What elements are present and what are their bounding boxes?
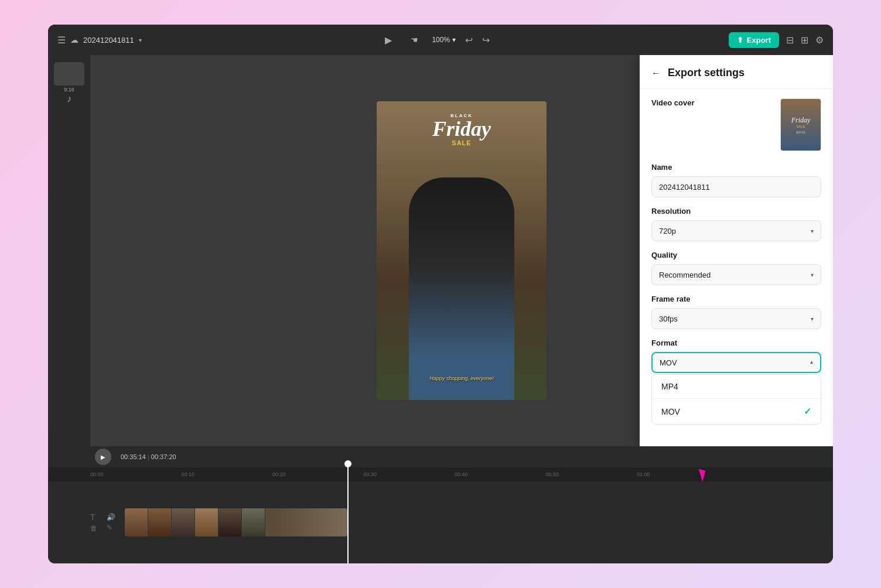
clip-thumbnail-3 <box>172 508 195 536</box>
current-time: 00:35:14 <box>121 453 146 460</box>
track-audio-icons: 🔊 ✎ <box>107 513 115 532</box>
app-window: ☰ ☁ 202412041811 ▾ ▶ ☚ 100% ▾ ↩ ↪ ⬆ Expo… <box>48 25 833 563</box>
redo-button[interactable]: ↪ <box>482 35 490 46</box>
timeline-ruler: 00:00 00:10 00:20 00:30 00:40 00:50 01:0… <box>48 467 833 481</box>
ruler-mark-30: 00:30 <box>363 471 377 477</box>
top-bar-center: ▶ ☚ 100% ▾ ↩ ↪ <box>149 32 722 48</box>
quality-select[interactable]: Recommended ▾ <box>651 264 821 285</box>
menu-icon[interactable]: ☰ <box>57 35 66 46</box>
cloud-icon: ☁ <box>70 35 78 45</box>
video-preview: BLACK Friday SALE Happy shopping, everyo… <box>377 101 547 400</box>
bottom-area: ▶ 00:35:14 | 00:37:20 00:00 00:10 00:20 … <box>48 446 833 563</box>
caption-bar: Happy shopping, everyone! <box>377 372 547 382</box>
friday-text: Friday <box>377 118 547 139</box>
main-content: 9:16 ♪ BLACK Friday SALE Happy sh <box>48 55 833 446</box>
left-sidebar: 9:16 ♪ <box>48 55 90 446</box>
video-cover-label: Video cover <box>651 98 694 107</box>
export-icon: ⬆ <box>737 36 743 45</box>
video-cover-thumbnail[interactable]: Friday SALE $30.50 <box>780 98 821 151</box>
hand-tool-button[interactable]: ☚ <box>406 32 422 48</box>
project-dropdown-icon[interactable]: ▾ <box>139 37 142 43</box>
track-clip[interactable] <box>125 508 347 536</box>
panel-header: ← Export settings <box>640 55 833 89</box>
ruler-mark-20: 00:20 <box>272 471 286 477</box>
edit-icon[interactable]: ✎ <box>107 524 115 532</box>
time-display: 00:35:14 | 00:37:20 <box>121 453 176 460</box>
frame-rate-chevron-icon: ▾ <box>811 316 814 322</box>
top-bar-left: ☰ ☁ 202412041811 ▾ <box>57 35 142 46</box>
zoom-chevron-icon: ▾ <box>452 36 456 44</box>
split-icon-button[interactable]: ⊞ <box>801 35 808 46</box>
format-mp4-label: MP4 <box>661 382 678 391</box>
video-cover-label-wrap: Video cover <box>651 98 694 112</box>
settings-icon-button[interactable]: ⚙ <box>815 35 824 46</box>
play-button[interactable]: ▶ <box>380 32 397 48</box>
zoom-level: 100% <box>432 36 450 44</box>
clip-thumbnail-2 <box>148 508 172 536</box>
sale-text: SALE <box>377 139 547 146</box>
resolution-field-group: Resolution 720p ▾ <box>651 207 821 241</box>
text-tool-icon[interactable]: T <box>90 512 97 522</box>
tiktok-icon: ♪ <box>54 94 84 104</box>
clip-thumbnail-1 <box>125 508 148 536</box>
ruler-mark-0: 00:00 <box>90 471 104 477</box>
frame-rate-label: Frame rate <box>651 295 821 303</box>
format-mov-label: MOV <box>661 407 680 416</box>
format-dropdown: MP4 MOV ✓ <box>651 374 821 425</box>
format-mov-check-icon: ✓ <box>804 406 811 417</box>
delete-clip-icon[interactable]: 🗑 <box>90 524 97 532</box>
frame-rate-select[interactable]: 30fps ▾ <box>651 308 821 329</box>
clip-thumbnail-6 <box>242 508 265 536</box>
undo-button[interactable]: ↩ <box>465 35 473 46</box>
top-bar: ☰ ☁ 202412041811 ▾ ▶ ☚ 100% ▾ ↩ ↪ ⬆ Expo… <box>48 25 833 55</box>
clip-thumbnail-4 <box>195 508 218 536</box>
back-button[interactable]: ← <box>651 68 661 78</box>
layout-icon-button[interactable]: ⊟ <box>786 35 794 46</box>
timeline-controls: ▶ 00:35:14 | 00:37:20 <box>48 446 833 467</box>
frame-rate-value: 30fps <box>659 314 678 323</box>
aspect-ratio-preview <box>54 62 84 86</box>
aspect-ratio-item[interactable]: 9:16 ♪ <box>54 62 84 104</box>
video-background: BLACK Friday SALE Happy shopping, everyo… <box>377 101 547 400</box>
project-name: 202412041811 <box>83 36 134 45</box>
top-bar-right: ⬆ Export ⊟ ⊞ ⚙ <box>729 32 824 48</box>
zoom-control[interactable]: 100% ▾ <box>432 36 456 44</box>
resolution-chevron-icon: ▾ <box>811 228 814 234</box>
export-panel: ← Export settings Video cover Friday SAL… <box>640 55 833 446</box>
panel-body: Video cover Friday SALE $30.50 Name <box>640 89 833 446</box>
track-tool-icons: T 🗑 <box>90 512 97 532</box>
ruler-mark-50: 00:50 <box>545 471 559 477</box>
format-value: MOV <box>660 358 677 367</box>
name-field-group: Name <box>651 163 821 197</box>
format-option-mp4[interactable]: MP4 <box>652 375 821 398</box>
panel-title: Export settings <box>668 67 745 79</box>
format-chevron-icon: ▾ <box>810 360 813 366</box>
resolution-select[interactable]: 720p ▾ <box>651 220 821 241</box>
timeline-play-button[interactable]: ▶ <box>95 449 111 465</box>
ruler-mark-60: 01:00 <box>637 471 650 477</box>
format-option-mov[interactable]: MOV ✓ <box>652 398 821 424</box>
export-button[interactable]: ⬆ Export <box>729 32 779 48</box>
video-text-overlay: BLACK Friday SALE <box>377 113 547 146</box>
export-label: Export <box>747 36 771 45</box>
format-label: Format <box>651 339 821 347</box>
audio-icon[interactable]: 🔊 <box>107 513 115 521</box>
quality-chevron-icon: ▾ <box>811 272 814 278</box>
quality-field-group: Quality Recommended ▾ <box>651 251 821 285</box>
video-track <box>125 507 791 538</box>
format-field-group: Format MOV ▾ MP4 MOV ✓ <box>651 339 821 425</box>
name-input[interactable] <box>651 176 821 197</box>
resolution-label: Resolution <box>651 207 821 216</box>
quality-value: Recommended <box>659 271 711 279</box>
frame-rate-field-group: Frame rate 30fps ▾ <box>651 295 821 329</box>
ruler-mark-10: 00:10 <box>181 471 194 477</box>
person-silhouette <box>409 177 514 400</box>
resolution-value: 720p <box>659 227 676 235</box>
format-select[interactable]: MOV ▾ <box>651 352 821 373</box>
name-label: Name <box>651 163 821 172</box>
caption-text: Happy shopping, everyone! <box>429 375 494 381</box>
clip-thumbnail-5 <box>218 508 242 536</box>
total-time: 00:37:20 <box>151 453 176 460</box>
video-cover-section: Video cover Friday SALE $30.50 <box>651 98 821 151</box>
cover-thumb-content: Friday SALE $30.50 <box>789 114 813 136</box>
